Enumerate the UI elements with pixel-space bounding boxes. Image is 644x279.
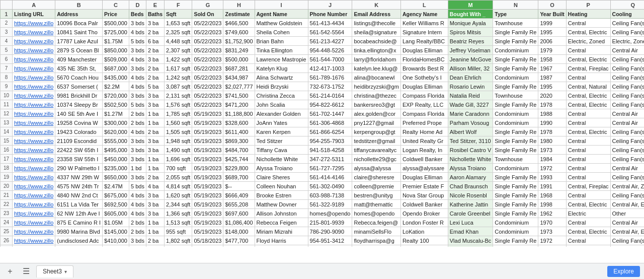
cell-r13-c1[interactable]: https://www.zillo (13, 118, 55, 127)
cell-r17-c1[interactable]: https://www.zillo (13, 155, 55, 164)
cell-r20-c1[interactable]: https://www.zillo (13, 182, 55, 191)
cell-r6-c4: 4 bds (129, 55, 146, 64)
cell-r7-c1[interactable]: https://www.zillo (13, 64, 55, 73)
cell-r23-c15: 1962 (538, 209, 566, 218)
row-num-17: 17 (1, 155, 13, 164)
cell-r13-c3: $300,000 (103, 118, 129, 127)
col-letter-q[interactable]: Q (610, 1, 644, 10)
cell-r19-c1[interactable]: https://www.zillo (13, 173, 55, 182)
cell-r24-c1[interactable]: https://www.zillo (13, 218, 55, 227)
sheet-tab[interactable]: Sheet3 ▾ (36, 265, 73, 277)
cell-r22-c14: Single Family Re (493, 200, 538, 209)
cell-r18-c1[interactable]: https://www.zillo (13, 164, 55, 173)
cell-r18-c2: 290 W Palmetto I (55, 164, 103, 173)
cell-r6-c1[interactable]: https://www.zillo (13, 55, 55, 64)
explore-button[interactable]: Explore (607, 266, 640, 277)
cell-r15-c13: Ted Stitzer, 3110 (448, 136, 493, 146)
cell-r8-c2: 5670 Coach Hou (55, 73, 103, 82)
cell-r4-c16: Electric, Zoned (566, 37, 610, 46)
cell-r9-c1[interactable]: https://www.zillo (13, 82, 55, 91)
cell-r9-c16: Central, Natural (566, 82, 610, 91)
cell-r10-c1[interactable]: https://www.zillo (13, 91, 55, 100)
cell-r26-c1[interactable]: https://www.zillo (13, 236, 55, 245)
cell-r12-c7: 05/19/2023 (192, 109, 223, 118)
cell-r9-c14: Single Family Re (493, 82, 538, 91)
col-letter-g[interactable]: G (192, 1, 223, 10)
cell-r11-c1[interactable]: https://www.zillo (13, 100, 55, 109)
cell-r23-c1[interactable]: https://www.zillo (13, 209, 55, 218)
cell-r7-c14: Single Family Re (493, 64, 538, 73)
cell-r12-c1[interactable]: https://www.zillo (13, 109, 55, 118)
header-zestimate: Zestimate (223, 10, 255, 19)
row-num-9: 9 (1, 82, 13, 91)
col-letter-o[interactable]: O (538, 1, 566, 10)
col-letter-f[interactable]: F (165, 1, 192, 10)
header-type: Type (493, 10, 538, 19)
cell-r7-c11: katelyn.lee.klug@ (352, 64, 400, 73)
col-letter-a[interactable]: A (13, 1, 55, 10)
cell-r10-c14: Townhouse (493, 91, 538, 100)
cell-r18-c9: Alyssa Troiano (255, 164, 308, 173)
row-num-21: 21 (1, 191, 13, 200)
add-sheet-button[interactable]: + (4, 265, 16, 277)
cell-r7-c7: 05/22/2023 (192, 64, 223, 73)
cell-r19-c10: 561-414-4146 (308, 173, 352, 182)
cell-r4-c1[interactable]: https://www.zillo (13, 37, 55, 46)
table-row: 13https://www.zillo19258 Covina W$300,00… (1, 118, 645, 127)
cell-r19-c6: 2,055 sqft (165, 173, 192, 182)
cell-r22-c1[interactable]: https://www.zillo (13, 200, 55, 209)
cell-r14-c10: 561-866-6254 (308, 127, 352, 136)
col-letter-i[interactable]: I (255, 1, 308, 10)
cell-r24-c2: 875 E Camino R I (55, 218, 103, 227)
cell-r6-c12: FloridaHomesBC (400, 55, 448, 64)
cell-r17-c12: Coldwell Banker (400, 155, 448, 164)
col-letter-m[interactable]: M (448, 1, 493, 10)
cell-r19-c14: Single Family Re (493, 173, 538, 182)
col-letter-d[interactable]: D (129, 1, 146, 10)
col-letter-p[interactable]: P (566, 1, 610, 10)
col-letter-e[interactable]: E (146, 1, 164, 10)
cell-r15-c1[interactable]: https://www.zillo (13, 136, 55, 146)
cell-r2-c1[interactable]: https://www.zillo (13, 19, 55, 28)
col-letter-j[interactable]: J (308, 1, 352, 10)
cell-r7-c16: Central, Fireplac (566, 64, 610, 73)
cell-r4-c8: $1,752,900 (223, 37, 255, 46)
cell-r23-c11: homes@opendo (352, 209, 400, 218)
cell-r16-c1[interactable]: https://www.zillo (13, 146, 55, 155)
cell-r8-c16: Central (566, 73, 610, 82)
cell-r14-c1[interactable]: https://www.zillo (13, 127, 55, 136)
cell-r17-c9: Nichollette White (255, 155, 308, 164)
cell-r13-c8: $328,600 (223, 118, 255, 127)
col-letter-n[interactable]: N (493, 1, 538, 10)
sheet-tab-label: Sheet3 (43, 268, 62, 275)
cell-r25-c1[interactable]: https://www.zillo (13, 227, 55, 236)
cell-r18-c3: $235,000 (103, 164, 129, 173)
cell-r16-c9: Tiffany Cava (255, 146, 308, 155)
cell-r25-c11: minamiSellsFlo (352, 227, 400, 236)
cell-r17-c15: 1984 (538, 155, 566, 164)
cell-r2-c3: $500,000 (103, 19, 129, 28)
cell-r27-c1[interactable]: https://www.zillo (13, 245, 55, 247)
col-letter-h[interactable]: H (223, 1, 255, 10)
cell-r17-c8: $425,744 (223, 155, 255, 164)
cell-r25-c7: 05/19/2023 (192, 227, 223, 236)
cell-r22-c12: Coldwell Banker (400, 200, 448, 209)
cell-r8-c1[interactable]: https://www.zillo (13, 73, 55, 82)
col-letter-l[interactable]: L (400, 1, 448, 10)
cell-r3-c1[interactable]: https://www.zillo (13, 28, 55, 37)
cell-r15-c11: tedstitzer@gmail (352, 136, 400, 146)
cell-r19-c4: 3 bds (129, 173, 146, 182)
col-letter-k[interactable]: K (352, 1, 400, 10)
col-letter-c[interactable]: C (103, 1, 129, 10)
cell-r4-c15: 2006 (538, 37, 566, 46)
cell-r13-c2: 19258 Covina W (55, 118, 103, 127)
cell-r27-c6: 2,074 sqft (165, 245, 192, 247)
cell-r21-c1[interactable]: https://www.zillo (13, 191, 55, 200)
table-row: 7https://www.zillo435 NE 35th St,$687,00… (1, 64, 645, 73)
sheets-menu-button[interactable]: ☰ (20, 265, 32, 277)
header-agency-name: Agency Name (400, 10, 448, 19)
col-letter-b[interactable]: B (55, 1, 103, 10)
table-wrapper[interactable]: A B C D E F G H I J K L M N O (0, 0, 644, 247)
cell-r5-c1[interactable]: https://www.zillo (13, 46, 55, 55)
cell-r2-c9: Matthew Goldstein (255, 19, 308, 28)
